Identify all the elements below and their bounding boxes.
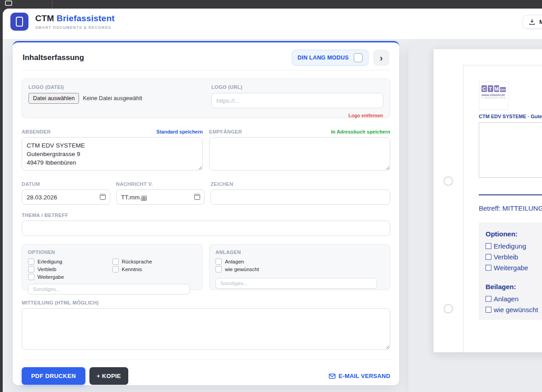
anlagen-sonstiges-input[interactable] — [215, 278, 377, 289]
zeichen-input[interactable] — [210, 189, 390, 205]
logo-remove-link[interactable]: Logo entfernen — [349, 113, 383, 118]
preview-option-item: Verbleib — [486, 251, 542, 262]
email-send-label: E-MAIL VERSAND — [338, 373, 390, 379]
anlagen-label: ANLAGEN — [215, 249, 384, 255]
app-title: CTM Briefassistent — [35, 14, 115, 23]
header-action-button[interactable]: M — [523, 15, 542, 29]
preview-beilagen-label: Anlagen — [494, 295, 519, 303]
pdf-print-button[interactable]: PDF DRUCKEN — [22, 367, 85, 385]
card-footer: PDF DRUCKEN + KOPIE E-MAIL VERSAND — [22, 360, 390, 385]
mitteilung-textarea[interactable] — [22, 308, 390, 350]
app-header: CTM Briefassistent SMART DOCUMENTS & REC… — [3, 9, 542, 40]
calendar-icon[interactable] — [100, 194, 106, 200]
checkbox-wie-gewuenscht[interactable]: wie gewünscht — [215, 265, 384, 273]
app-subtitle: SMART DOCUMENTS & RECORDS — [35, 25, 115, 30]
nachricht-v-label: NACHRICHT V. — [116, 181, 205, 187]
options-row: OPTIONEN Erledigung Verbleib — [22, 244, 390, 290]
checkbox-ruecksprache[interactable]: Rücksprache — [112, 258, 197, 265]
zeichen-field: ZEICHEN — [210, 181, 390, 205]
file-status-text: Keine Datei ausgewählt — [83, 95, 142, 101]
din-lang-checkbox[interactable] — [354, 53, 363, 62]
zeichen-label: ZEICHEN — [210, 181, 390, 187]
preview-beilagen-label: wie gewünscht — [494, 306, 538, 314]
optionen-sonstiges-input[interactable] — [28, 284, 190, 295]
collapse-panel-button[interactable]: › — [373, 50, 389, 66]
mitteilung-label: MITTEILUNG (HTML MÖGLICH) — [22, 300, 390, 305]
preview-optionen-title: Optionen: — [486, 230, 542, 238]
logo-letter: T — [488, 85, 493, 92]
datum-input[interactable] — [22, 189, 110, 205]
din-lang-label: DIN LANG MODUS — [298, 55, 349, 61]
preview-option-label: Erledigung — [494, 242, 526, 250]
datum-field: DATUM — [22, 181, 110, 205]
logo-tagline: IT + Betriebstechnik + Energie — [481, 97, 506, 99]
verbleib-checkbox[interactable] — [28, 266, 34, 272]
thema-input[interactable] — [22, 221, 390, 236]
absender-textarea[interactable]: CTM EDV SYSTEME Gutenbergstrasse 9 49479… — [22, 137, 203, 171]
anlagen-box: ANLAGEN Anlagen wie gewünscht — [209, 244, 390, 290]
thema-label: THEMA / BETREFF — [22, 212, 390, 218]
checkbox-weitergabe[interactable]: Weitergabe — [28, 273, 112, 281]
window-icon — [5, 0, 12, 6]
optionen-col-2: Rücksprache Kenntnis — [112, 258, 197, 281]
checkbox-square-icon — [486, 296, 491, 302]
anlagen-checkbox[interactable] — [215, 258, 222, 265]
preview-divider — [479, 194, 542, 195]
nachricht-v-input[interactable] — [116, 189, 205, 205]
logo-letter: M — [494, 85, 500, 92]
logo-file-column: LOGO (DATEI) Datei auswählen Keine Datei… — [28, 84, 201, 114]
address-row: ABSENDER Standard speichern CTM EDV SYST… — [22, 129, 390, 172]
ruecksprache-label: Rücksprache — [122, 259, 152, 264]
preview-options-box: Optionen: Erledigung Verbleib Weitergabe — [479, 222, 542, 320]
absender-label: ABSENDER — [22, 129, 51, 134]
logo-edv-badge: EDV — [500, 87, 506, 92]
email-send-link[interactable]: E-MAIL VERSAND — [329, 373, 390, 379]
logo-url-label: LOGO (URL) — [211, 84, 383, 90]
file-choose-button[interactable]: Datei auswählen — [28, 93, 79, 104]
preview-beilagen-title: Beilagen: — [486, 283, 542, 291]
form-card: Inhaltserfassung DIN LANG MODUS › LOGO (… — [13, 41, 399, 385]
preview-address-window — [479, 122, 542, 178]
calendar-icon[interactable] — [194, 194, 200, 200]
save-default-link[interactable]: Standard speichern — [156, 129, 203, 134]
preview-sender-line: CTM EDV SYSTEME · Gutenber — [479, 114, 542, 119]
thema-field: THEMA / BETREFF — [22, 212, 390, 236]
checkbox-erledigung[interactable]: Erledigung — [28, 258, 112, 265]
preview-option-item: Weitergabe — [486, 262, 542, 273]
preview-company-logo: C T M EDV www.ctmedv.de IT + Betriebstec… — [479, 82, 509, 110]
nachricht-v-field: NACHRICHT V. — [116, 181, 205, 205]
preview-option-label: Verbleib — [494, 253, 518, 261]
app-title-ctm: CTM — [35, 14, 54, 23]
wie-gewuenscht-label: wie gewünscht — [225, 267, 259, 272]
page-title: Inhaltserfassung — [23, 53, 84, 62]
kenntnis-checkbox[interactable] — [112, 266, 119, 272]
letter-preview-page: C T M EDV www.ctmedv.de IT + Betriebstec… — [434, 49, 542, 352]
checkbox-kenntnis[interactable]: Kenntnis — [112, 265, 197, 273]
ruecksprache-checkbox[interactable] — [112, 258, 119, 265]
copy-button[interactable]: + KOPIE — [89, 367, 128, 385]
preview-beilagen-item: Anlagen — [486, 293, 542, 304]
empfaenger-label: EMPFÄNGER — [209, 129, 242, 134]
weitergabe-checkbox[interactable] — [28, 274, 34, 280]
din-lang-toggle[interactable]: DIN LANG MODUS — [292, 50, 369, 66]
header-action-label: M — [539, 18, 542, 25]
optionen-box: OPTIONEN Erledigung Verbleib — [22, 244, 203, 290]
wie-gewuenscht-checkbox[interactable] — [215, 266, 222, 272]
optionen-label: OPTIONEN — [28, 249, 196, 255]
chrome-divider — [52, 0, 52, 9]
checkbox-anlagen[interactable]: Anlagen — [215, 258, 384, 265]
file-input-row: Datei auswählen Keine Datei ausgewählt — [28, 93, 201, 104]
logo-url-column: LOGO (URL) Logo entfernen — [211, 84, 383, 114]
brand-text: CTM Briefassistent SMART DOCUMENTS & REC… — [35, 14, 115, 30]
absender-field: ABSENDER Standard speichern CTM EDV SYST… — [22, 129, 203, 172]
fold-mark-circle — [444, 176, 453, 186]
checkbox-square-icon — [486, 254, 491, 260]
checkbox-verbleib[interactable]: Verbleib — [28, 265, 112, 273]
save-addressbook-link[interactable]: In Adressbuch speichern — [331, 129, 390, 134]
app-logo — [10, 13, 28, 31]
checkbox-square-icon — [486, 307, 491, 313]
erledigung-checkbox[interactable] — [28, 258, 34, 265]
empfaenger-textarea[interactable] — [209, 137, 390, 171]
app-window: CTM Briefassistent SMART DOCUMENTS & REC… — [3, 9, 542, 392]
logo-url-input[interactable] — [211, 93, 383, 108]
